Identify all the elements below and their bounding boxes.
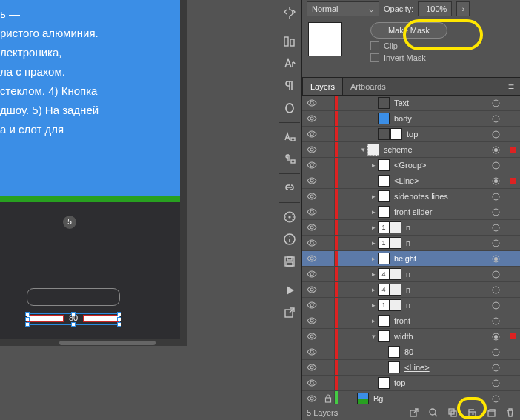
visibility-toggle[interactable] [302,282,321,297]
disclosure-triangle[interactable]: ▸ [369,286,378,293]
visibility-toggle[interactable] [302,298,321,313]
object-thumbnail[interactable] [308,22,342,56]
disclosure-triangle[interactable]: ▸ [369,301,378,309]
paragraph-icon[interactable] [279,76,301,96]
visibility-toggle[interactable] [302,376,321,390]
layer-row[interactable]: <Line> [302,360,520,376]
target-icon[interactable] [492,224,507,232]
type-icon[interactable] [279,53,301,74]
visibility-toggle[interactable] [302,313,321,328]
disclosure-triangle[interactable]: ▸ [369,208,378,216]
lock-toggle[interactable] [321,298,335,313]
layer-name[interactable]: n [406,239,492,247]
layer-row[interactable]: ▸1n [302,236,520,251]
disclosure-triangle[interactable]: ▾ [369,333,378,340]
layer-row[interactable]: Text [302,96,520,111]
target-icon[interactable] [492,115,507,123]
paragraph-styles-icon[interactable] [279,149,301,170]
scrollbar-thumb[interactable] [59,341,156,345]
lock-toggle[interactable] [321,267,335,281]
layer-row[interactable]: ▸4n [302,282,520,298]
visibility-toggle[interactable] [302,158,321,173]
layer-name[interactable]: <Line> [394,176,492,185]
selection-handle[interactable] [117,322,121,327]
layer-name[interactable]: width [394,332,492,341]
layer-name[interactable]: Text [394,99,492,107]
opentype-icon[interactable] [279,98,301,119]
new-layer-icon[interactable] [486,407,496,418]
lock-toggle[interactable] [321,220,335,235]
visibility-toggle[interactable] [302,236,321,250]
artboard-lower[interactable]: 5 80 [0,202,180,343]
selection-indicator[interactable] [510,147,516,153]
clipping-mask-icon[interactable] [447,407,458,418]
layer-name[interactable]: n [406,223,492,232]
visibility-toggle[interactable] [302,173,321,188]
lock-toggle[interactable] [321,204,335,219]
tab-layers[interactable]: Layers [302,78,343,95]
layer-row[interactable]: ▸4n [302,267,520,282]
vertical-scrollbar[interactable] [180,0,187,346]
visibility-toggle[interactable] [302,220,321,235]
artboard[interactable]: ь — ристого алюминия. лектроника, ла с п… [0,0,180,202]
layer-name[interactable]: scheme [384,145,492,154]
selection-indicator[interactable] [510,178,516,184]
locate-object-icon[interactable] [428,407,439,418]
layer-name[interactable]: n [406,285,492,294]
lock-toggle[interactable] [321,127,335,141]
export-icon[interactable] [279,302,301,323]
visibility-toggle[interactable] [302,204,321,219]
target-icon[interactable] [492,177,507,185]
invert-mask-checkbox[interactable] [370,53,379,62]
lock-toggle[interactable] [321,391,335,404]
layer-name[interactable]: top [394,379,492,387]
visibility-toggle[interactable] [302,189,321,204]
layer-row[interactable]: ▸sidenotes lines [302,189,520,204]
target-icon[interactable] [492,301,507,310]
layer-name[interactable]: n [406,301,492,310]
visibility-toggle[interactable] [302,142,321,157]
align-icon[interactable] [279,31,301,52]
target-icon[interactable] [492,348,507,356]
lock-toggle[interactable] [321,96,335,110]
lock-toggle[interactable] [321,236,335,250]
lock-toggle[interactable] [321,360,335,375]
target-icon[interactable] [492,130,507,139]
visibility-toggle[interactable] [302,251,321,266]
save-icon[interactable] [279,251,301,272]
selection-handle[interactable] [25,312,30,316]
info-icon[interactable] [279,229,301,250]
make-mask-button[interactable]: Make Mask [370,22,447,39]
selection-handle[interactable] [25,317,30,321]
layer-name[interactable]: <Line> [404,363,492,372]
opacity-flyout-button[interactable]: › [456,1,470,16]
layer-name[interactable]: 80 [404,347,492,356]
layers-list[interactable]: Textbodytop▾scheme▸<Group><Line>▸sidenot… [302,96,520,404]
layer-name[interactable]: front [394,316,492,325]
puppet-warp-icon[interactable] [279,2,301,23]
target-icon[interactable] [492,333,507,341]
layer-name[interactable]: Bg [373,394,492,403]
layer-name[interactable]: <Group> [394,161,492,170]
layer-name[interactable]: body [394,114,492,123]
clip-checkbox[interactable] [370,41,379,50]
panel-menu-icon[interactable]: ≡ [502,81,520,93]
layer-row[interactable]: ▸<Group> [302,158,520,173]
selection-handle[interactable] [117,312,121,316]
lock-toggle[interactable] [321,251,335,266]
selected-object[interactable]: 80 [27,313,120,325]
layer-row[interactable]: 80 [302,344,520,360]
target-icon[interactable] [492,395,507,403]
target-icon[interactable] [492,208,507,216]
export-assets-icon[interactable] [409,407,419,418]
blend-mode-select[interactable]: Normal ⌵ [307,1,379,16]
lock-toggle[interactable] [321,173,335,188]
selection-indicator[interactable] [510,333,516,339]
layer-row[interactable]: ▸front slider [302,204,520,220]
disclosure-triangle[interactable]: ▸ [369,317,378,324]
document-canvas[interactable]: ь — ристого алюминия. лектроника, ла с п… [0,0,187,346]
layer-row[interactable]: ▾width [302,329,520,344]
layer-row[interactable]: top [302,127,520,142]
layer-row[interactable]: ▸1n [302,220,520,236]
target-icon[interactable] [492,317,507,325]
